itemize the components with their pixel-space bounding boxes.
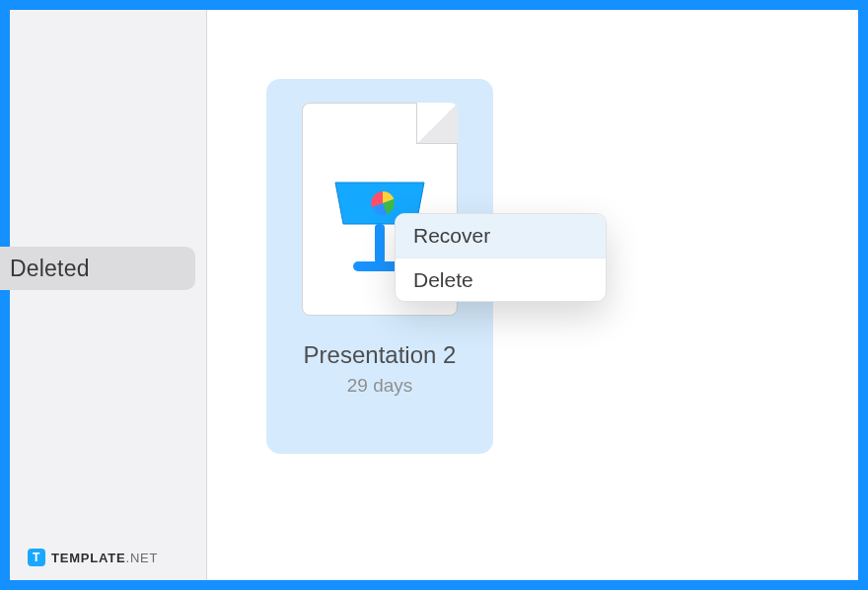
sidebar-item-recently-deleted[interactable]: Deleted	[0, 247, 195, 290]
watermark-text-bold: TEMPLATE	[51, 551, 126, 565]
menu-item-delete[interactable]: Delete	[396, 258, 606, 301]
watermark-text-light: .NET	[126, 551, 159, 565]
sidebar-item-label: Deleted	[10, 256, 90, 282]
sidebar: Deleted	[10, 10, 207, 580]
file-time-remaining: 29 days	[347, 375, 413, 397]
main-area: Presentation 2 29 days Recover Delete	[207, 10, 858, 580]
menu-item-label: Recover	[413, 224, 490, 248]
svg-rect-0	[375, 224, 385, 263]
menu-item-recover[interactable]: Recover	[396, 214, 606, 258]
menu-item-label: Delete	[413, 268, 473, 292]
file-name: Presentation 2	[304, 341, 457, 369]
page-fold-icon	[416, 103, 458, 144]
watermark-logo-icon: T	[28, 549, 45, 566]
watermark: T TEMPLATE.NET	[28, 549, 158, 566]
context-menu: Recover Delete	[395, 213, 607, 302]
